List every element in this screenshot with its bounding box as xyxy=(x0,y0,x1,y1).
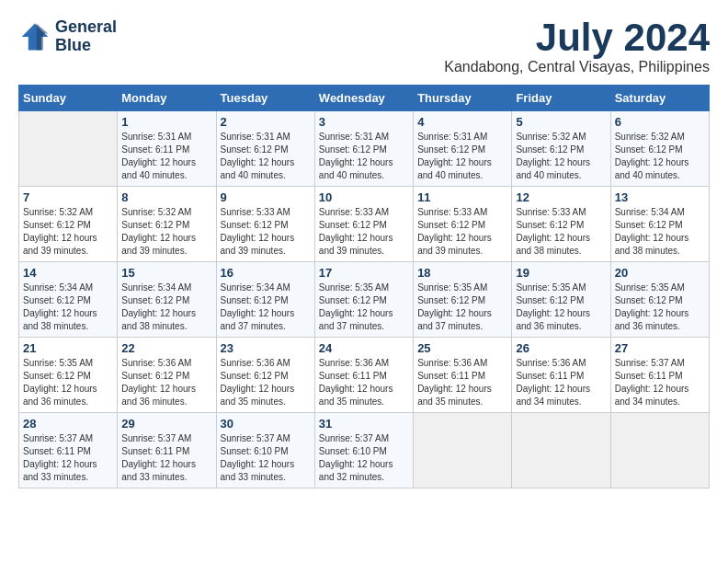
day-number: 20 xyxy=(615,266,705,280)
calendar-cell: 29Sunrise: 5:37 AMSunset: 6:11 PMDayligh… xyxy=(118,413,216,488)
day-number: 4 xyxy=(417,115,507,129)
day-number: 11 xyxy=(417,190,507,204)
day-number: 8 xyxy=(121,190,211,204)
title-block: July 2024 Kandabong, Central Visayas, Ph… xyxy=(444,18,710,75)
calendar-cell: 13Sunrise: 5:34 AMSunset: 6:12 PMDayligh… xyxy=(610,187,709,262)
cell-content: Sunrise: 5:36 AMSunset: 6:11 PMDaylight:… xyxy=(417,357,507,408)
calendar-cell: 19Sunrise: 5:35 AMSunset: 6:12 PMDayligh… xyxy=(512,262,610,338)
day-number: 6 xyxy=(615,115,705,129)
weekday-header: Sunday xyxy=(19,86,118,111)
calendar-cell: 22Sunrise: 5:36 AMSunset: 6:12 PMDayligh… xyxy=(118,338,216,413)
day-number: 12 xyxy=(516,190,606,204)
cell-content: Sunrise: 5:37 AMSunset: 6:11 PMDaylight:… xyxy=(23,432,113,484)
cell-content: Sunrise: 5:34 AMSunset: 6:12 PMDaylight:… xyxy=(121,282,211,333)
cell-content: Sunrise: 5:37 AMSunset: 6:10 PMDaylight:… xyxy=(221,432,311,484)
cell-content: Sunrise: 5:31 AMSunset: 6:12 PMDaylight:… xyxy=(221,131,311,182)
calendar-cell: 7Sunrise: 5:32 AMSunset: 6:12 PMDaylight… xyxy=(19,187,118,262)
day-number: 27 xyxy=(615,341,705,355)
cell-content: Sunrise: 5:31 AMSunset: 6:11 PMDaylight:… xyxy=(121,131,211,182)
calendar-cell xyxy=(512,413,610,488)
calendar-cell: 6Sunrise: 5:32 AMSunset: 6:12 PMDaylight… xyxy=(610,111,709,187)
calendar-cell: 11Sunrise: 5:33 AMSunset: 6:12 PMDayligh… xyxy=(414,187,512,262)
day-number: 13 xyxy=(615,190,705,204)
cell-content: Sunrise: 5:37 AMSunset: 6:11 PMDaylight:… xyxy=(615,357,705,408)
cell-content: Sunrise: 5:35 AMSunset: 6:12 PMDaylight:… xyxy=(516,282,606,333)
calendar-week-row: 14Sunrise: 5:34 AMSunset: 6:12 PMDayligh… xyxy=(19,262,710,338)
calendar-cell: 10Sunrise: 5:33 AMSunset: 6:12 PMDayligh… xyxy=(314,187,413,262)
cell-content: Sunrise: 5:36 AMSunset: 6:12 PMDaylight:… xyxy=(121,357,211,408)
day-number: 3 xyxy=(319,115,409,129)
day-number: 29 xyxy=(121,417,211,431)
calendar-cell: 24Sunrise: 5:36 AMSunset: 6:11 PMDayligh… xyxy=(314,338,413,413)
calendar-cell: 9Sunrise: 5:33 AMSunset: 6:12 PMDaylight… xyxy=(216,187,314,262)
day-number: 22 xyxy=(121,341,211,355)
weekday-header: Saturday xyxy=(610,86,709,111)
calendar-cell: 23Sunrise: 5:36 AMSunset: 6:12 PMDayligh… xyxy=(216,338,314,413)
day-number: 26 xyxy=(516,341,606,355)
day-number: 17 xyxy=(319,266,409,280)
cell-content: Sunrise: 5:36 AMSunset: 6:11 PMDaylight:… xyxy=(319,357,409,408)
cell-content: Sunrise: 5:37 AMSunset: 6:11 PMDaylight:… xyxy=(121,432,211,484)
weekday-header: Monday xyxy=(118,86,216,111)
day-number: 19 xyxy=(516,266,606,280)
day-number: 30 xyxy=(221,417,311,431)
calendar-cell: 3Sunrise: 5:31 AMSunset: 6:12 PMDaylight… xyxy=(314,111,413,187)
calendar-cell: 20Sunrise: 5:35 AMSunset: 6:12 PMDayligh… xyxy=(610,262,709,338)
day-number: 24 xyxy=(319,341,409,355)
day-number: 10 xyxy=(319,190,409,204)
day-number: 18 xyxy=(417,266,507,280)
calendar-week-row: 28Sunrise: 5:37 AMSunset: 6:11 PMDayligh… xyxy=(19,413,710,488)
calendar-cell: 1Sunrise: 5:31 AMSunset: 6:11 PMDaylight… xyxy=(118,111,216,187)
calendar-cell: 2Sunrise: 5:31 AMSunset: 6:12 PMDaylight… xyxy=(216,111,314,187)
calendar-cell: 4Sunrise: 5:31 AMSunset: 6:12 PMDaylight… xyxy=(414,111,512,187)
cell-content: Sunrise: 5:36 AMSunset: 6:12 PMDaylight:… xyxy=(221,357,311,408)
calendar-cell: 14Sunrise: 5:34 AMSunset: 6:12 PMDayligh… xyxy=(19,262,118,338)
calendar-cell: 25Sunrise: 5:36 AMSunset: 6:11 PMDayligh… xyxy=(414,338,512,413)
weekday-header: Thursday xyxy=(414,86,512,111)
cell-content: Sunrise: 5:31 AMSunset: 6:12 PMDaylight:… xyxy=(319,131,409,182)
day-number: 9 xyxy=(221,190,311,204)
weekday-header: Wednesday xyxy=(314,86,413,111)
day-number: 21 xyxy=(23,341,113,355)
calendar-week-row: 7Sunrise: 5:32 AMSunset: 6:12 PMDaylight… xyxy=(19,187,710,262)
cell-content: Sunrise: 5:32 AMSunset: 6:12 PMDaylight:… xyxy=(23,206,113,258)
cell-content: Sunrise: 5:33 AMSunset: 6:12 PMDaylight:… xyxy=(417,206,507,258)
page-header: General Blue July 2024 Kandabong, Centra… xyxy=(18,18,710,75)
cell-content: Sunrise: 5:35 AMSunset: 6:12 PMDaylight:… xyxy=(23,357,113,408)
cell-content: Sunrise: 5:33 AMSunset: 6:12 PMDaylight:… xyxy=(516,206,606,258)
cell-content: Sunrise: 5:33 AMSunset: 6:12 PMDaylight:… xyxy=(319,206,409,258)
logo-text: General Blue xyxy=(55,18,117,55)
svg-marker-0 xyxy=(22,23,49,50)
calendar-cell: 28Sunrise: 5:37 AMSunset: 6:11 PMDayligh… xyxy=(19,413,118,488)
cell-content: Sunrise: 5:34 AMSunset: 6:12 PMDaylight:… xyxy=(615,206,705,258)
logo-icon xyxy=(18,20,51,53)
calendar-cell: 26Sunrise: 5:36 AMSunset: 6:11 PMDayligh… xyxy=(512,338,610,413)
day-number: 25 xyxy=(417,341,507,355)
day-number: 16 xyxy=(221,266,311,280)
calendar-cell: 31Sunrise: 5:37 AMSunset: 6:10 PMDayligh… xyxy=(314,413,413,488)
cell-content: Sunrise: 5:32 AMSunset: 6:12 PMDaylight:… xyxy=(516,131,606,182)
day-number: 15 xyxy=(121,266,211,280)
calendar-cell: 17Sunrise: 5:35 AMSunset: 6:12 PMDayligh… xyxy=(314,262,413,338)
cell-content: Sunrise: 5:32 AMSunset: 6:12 PMDaylight:… xyxy=(615,131,705,182)
cell-content: Sunrise: 5:35 AMSunset: 6:12 PMDaylight:… xyxy=(417,282,507,333)
day-number: 7 xyxy=(23,190,113,204)
day-number: 14 xyxy=(23,266,113,280)
calendar-cell: 16Sunrise: 5:34 AMSunset: 6:12 PMDayligh… xyxy=(216,262,314,338)
calendar-cell: 5Sunrise: 5:32 AMSunset: 6:12 PMDaylight… xyxy=(512,111,610,187)
calendar-cell: 15Sunrise: 5:34 AMSunset: 6:12 PMDayligh… xyxy=(118,262,216,338)
month-title: July 2024 xyxy=(444,18,710,57)
calendar-cell xyxy=(19,111,118,187)
calendar-cell: 27Sunrise: 5:37 AMSunset: 6:11 PMDayligh… xyxy=(610,338,709,413)
cell-content: Sunrise: 5:36 AMSunset: 6:11 PMDaylight:… xyxy=(516,357,606,408)
cell-content: Sunrise: 5:37 AMSunset: 6:10 PMDaylight:… xyxy=(319,432,409,484)
day-number: 2 xyxy=(221,115,311,129)
calendar-week-row: 1Sunrise: 5:31 AMSunset: 6:11 PMDaylight… xyxy=(19,111,710,187)
calendar-cell: 30Sunrise: 5:37 AMSunset: 6:10 PMDayligh… xyxy=(216,413,314,488)
day-number: 23 xyxy=(221,341,311,355)
logo: General Blue xyxy=(18,18,117,55)
cell-content: Sunrise: 5:31 AMSunset: 6:12 PMDaylight:… xyxy=(417,131,507,182)
calendar-cell xyxy=(610,413,709,488)
calendar-cell: 18Sunrise: 5:35 AMSunset: 6:12 PMDayligh… xyxy=(414,262,512,338)
weekday-header: Friday xyxy=(512,86,610,111)
